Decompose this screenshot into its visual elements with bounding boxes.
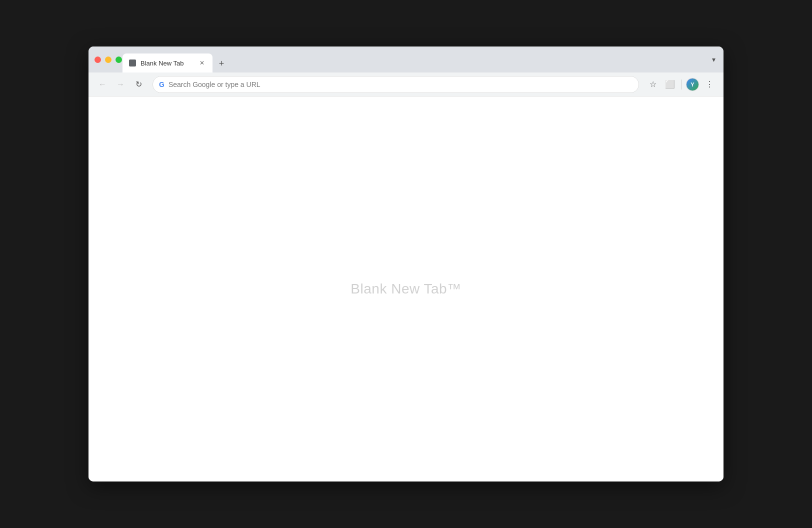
bookmark-button[interactable]: ☆: [645, 76, 661, 92]
reload-button[interactable]: ↻: [130, 76, 146, 92]
google-icon: G: [159, 80, 164, 88]
nav-bar: ← → ↻ G Search Google or type a URL ☆ ⬜ …: [88, 72, 724, 96]
browser-window: Blank New Tab ✕ + ▾ ← → ↻ G Search Googl…: [88, 46, 724, 482]
active-tab[interactable]: Blank New Tab ✕: [122, 54, 212, 72]
profile-button[interactable]: Y: [684, 76, 700, 92]
tab-close-button[interactable]: ✕: [198, 58, 206, 68]
address-text: Search Google or type a URL: [168, 80, 632, 88]
address-bar[interactable]: G Search Google or type a URL: [152, 76, 639, 93]
new-tab-button[interactable]: +: [214, 56, 228, 70]
page-watermark: Blank New Tab™: [350, 281, 461, 297]
nav-divider: [681, 80, 682, 90]
window-controls: [88, 46, 122, 72]
tab-favicon-icon: [128, 59, 136, 67]
extensions-button[interactable]: ⬜: [662, 76, 678, 92]
tab-title: Blank New Tab: [140, 60, 194, 67]
forward-button[interactable]: →: [112, 76, 128, 92]
nav-right-icons: ☆ ⬜ Y ⋮: [645, 76, 718, 92]
menu-button[interactable]: ⋮: [702, 76, 718, 92]
page-content: Blank New Tab™: [88, 96, 724, 482]
back-button[interactable]: ←: [94, 76, 110, 92]
close-button[interactable]: [94, 56, 101, 63]
tabs-area: Blank New Tab ✕ +: [122, 46, 720, 72]
profile-avatar: Y: [686, 78, 699, 91]
address-bar-container: G Search Google or type a URL: [152, 76, 639, 93]
minimize-button[interactable]: [105, 56, 112, 63]
tab-dropdown-button[interactable]: ▾: [708, 54, 720, 66]
title-bar: Blank New Tab ✕ + ▾: [88, 46, 724, 72]
maximize-button[interactable]: [116, 56, 122, 63]
favicon-square: [129, 60, 136, 66]
